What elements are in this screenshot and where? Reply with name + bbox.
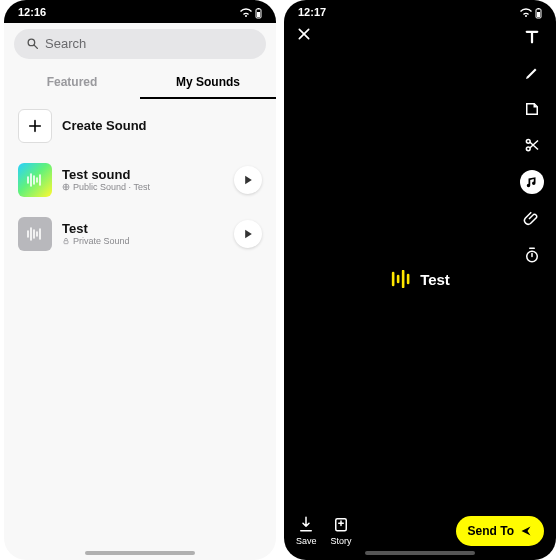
wifi-icon bbox=[240, 8, 252, 18]
send-to-button[interactable]: Send To bbox=[456, 516, 544, 546]
timer-tool[interactable] bbox=[521, 244, 543, 266]
svg-line-4 bbox=[34, 45, 37, 48]
lock-icon bbox=[62, 237, 70, 245]
music-tool[interactable] bbox=[520, 170, 544, 194]
status-icons bbox=[520, 6, 542, 19]
sticker-tool[interactable] bbox=[521, 98, 543, 120]
sound-row[interactable]: Test Private Sound bbox=[4, 207, 276, 261]
home-indicator bbox=[365, 551, 475, 555]
attach-tool[interactable] bbox=[521, 208, 543, 230]
draw-tool[interactable] bbox=[521, 62, 543, 84]
tabs: Featured My Sounds bbox=[4, 65, 276, 99]
waveform-icon bbox=[390, 270, 410, 288]
story-button[interactable]: Story bbox=[331, 515, 352, 546]
close-button[interactable] bbox=[296, 26, 312, 47]
text-tool[interactable] bbox=[521, 26, 543, 48]
waveform-icon bbox=[26, 173, 44, 187]
svg-rect-16 bbox=[64, 241, 68, 244]
snap-preview-screen: 12:17 Test Save bbox=[284, 0, 556, 560]
wifi-icon bbox=[520, 8, 532, 18]
create-sound-row[interactable]: Create Sound bbox=[4, 99, 276, 153]
close-icon bbox=[296, 26, 312, 42]
home-indicator bbox=[85, 551, 195, 555]
svg-rect-18 bbox=[537, 12, 540, 17]
battery-icon bbox=[535, 8, 542, 19]
scissors-icon bbox=[523, 136, 541, 154]
play-button[interactable] bbox=[234, 220, 262, 248]
sound-subtitle: Public Sound · Test bbox=[62, 182, 234, 192]
svg-rect-1 bbox=[257, 12, 260, 17]
pencil-icon bbox=[523, 64, 541, 82]
sound-title: Test sound bbox=[62, 167, 234, 182]
timer-icon bbox=[523, 246, 541, 264]
create-sound-label: Create Sound bbox=[62, 118, 262, 133]
sound-thumb bbox=[18, 163, 52, 197]
search-input[interactable]: Search bbox=[14, 29, 266, 59]
save-label: Save bbox=[296, 536, 317, 546]
play-icon bbox=[244, 175, 253, 185]
play-icon bbox=[244, 229, 253, 239]
sound-chip[interactable]: Test bbox=[390, 270, 450, 288]
plus-icon bbox=[18, 109, 52, 143]
text-icon bbox=[523, 28, 541, 46]
sound-thumb bbox=[18, 217, 52, 251]
tab-featured[interactable]: Featured bbox=[4, 65, 140, 99]
send-label: Send To bbox=[468, 524, 514, 538]
sound-chip-label: Test bbox=[420, 271, 450, 288]
sticker-icon bbox=[523, 100, 541, 118]
sound-title: Test bbox=[62, 221, 234, 236]
download-icon bbox=[297, 515, 315, 533]
play-button[interactable] bbox=[234, 166, 262, 194]
sound-row[interactable]: Test sound Public Sound · Test bbox=[4, 153, 276, 207]
music-icon bbox=[525, 175, 539, 189]
status-bar: 12:16 bbox=[4, 0, 276, 23]
clock: 12:16 bbox=[18, 6, 46, 18]
waveform-icon bbox=[26, 227, 44, 241]
sounds-screen: 12:16 Search Featured My Sounds Create S… bbox=[4, 0, 276, 560]
send-icon bbox=[520, 525, 532, 537]
sound-subtitle: Private Sound bbox=[62, 236, 234, 246]
globe-icon bbox=[62, 183, 70, 191]
svg-rect-2 bbox=[258, 8, 260, 9]
tab-my-sounds[interactable]: My Sounds bbox=[140, 65, 276, 99]
story-label: Story bbox=[331, 536, 352, 546]
scissors-tool[interactable] bbox=[521, 134, 543, 156]
search-icon bbox=[26, 37, 39, 50]
status-icons bbox=[240, 6, 262, 19]
edit-toolbar bbox=[520, 26, 544, 266]
battery-icon bbox=[255, 8, 262, 19]
svg-rect-19 bbox=[538, 8, 540, 9]
status-bar: 12:17 bbox=[284, 0, 556, 23]
save-button[interactable]: Save bbox=[296, 515, 317, 546]
paperclip-icon bbox=[523, 210, 541, 228]
story-icon bbox=[332, 515, 350, 533]
search-placeholder: Search bbox=[45, 36, 86, 51]
clock: 12:17 bbox=[298, 6, 326, 18]
